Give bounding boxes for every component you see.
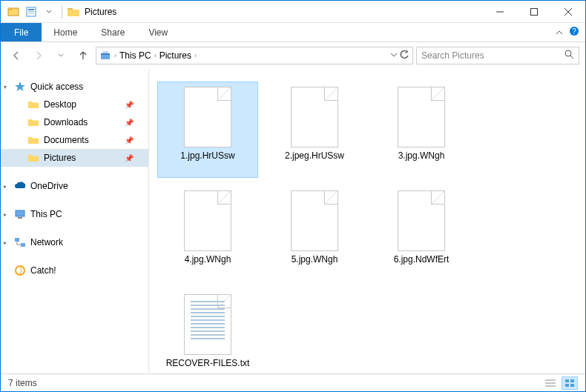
folder-icon <box>67 5 80 19</box>
svg-point-15 <box>565 50 571 56</box>
tab-file[interactable]: File <box>1 23 42 41</box>
chevron-down-icon[interactable]: ▾ <box>4 84 7 90</box>
nav-bar: › This PC › Pictures › Search Pictures <box>1 42 585 69</box>
breadcrumb-pictures[interactable]: Pictures <box>159 50 191 61</box>
file-item[interactable]: 1.jpg.HrUSsw <box>158 82 257 177</box>
search-placeholder: Search Pictures <box>421 50 484 61</box>
folder-icon <box>27 116 39 128</box>
breadcrumb-root-icon[interactable] <box>99 49 111 63</box>
pin-icon: 📌 <box>125 101 134 109</box>
file-item[interactable]: 2.jpeg.HrUSsw <box>265 82 364 177</box>
sidebar-network[interactable]: ▸ Network <box>1 233 148 251</box>
sidebar-item-label: Documents <box>44 135 120 145</box>
cloud-icon <box>14 180 26 192</box>
tab-share[interactable]: Share <box>89 23 136 41</box>
file-name: 5.jpg.WNgh <box>292 254 338 265</box>
view-large-icons-button[interactable] <box>562 376 578 390</box>
minimize-button[interactable] <box>483 1 517 23</box>
svg-rect-18 <box>18 217 22 219</box>
help-icon[interactable]: ? <box>569 26 579 39</box>
sidebar-thispc[interactable]: ▸ This PC <box>1 205 148 223</box>
close-button[interactable] <box>551 1 585 23</box>
view-details-button[interactable] <box>542 376 559 390</box>
file-item[interactable]: 5.jpg.WNgh <box>265 186 364 281</box>
file-item[interactable]: 4.jpg.WNgh <box>158 186 257 281</box>
refresh-icon[interactable] <box>399 50 409 62</box>
ribbon-tabs: File Home Share View ? <box>1 23 585 42</box>
title-bar: Pictures <box>1 1 585 23</box>
svg-rect-1 <box>8 8 13 10</box>
blank-file-icon <box>181 189 234 254</box>
recent-dropdown-icon[interactable] <box>51 46 70 65</box>
svg-rect-20 <box>21 243 25 247</box>
sidebar-item-documents[interactable]: Documents 📌 <box>1 131 148 149</box>
sidebar: ▾ Quick access Desktop 📌 Downloads 📌 Doc… <box>1 69 149 373</box>
svg-rect-28 <box>570 384 574 387</box>
pc-icon <box>14 208 26 220</box>
svg-rect-27 <box>565 384 569 387</box>
address-dropdown-icon[interactable] <box>390 50 398 61</box>
star-icon <box>14 81 26 93</box>
qat-properties-icon[interactable] <box>23 4 39 20</box>
svg-rect-26 <box>570 379 574 382</box>
file-item[interactable]: 6.jpg.NdWfErt <box>372 186 471 281</box>
status-count: 7 items <box>8 378 37 388</box>
blank-file-icon <box>395 85 448 150</box>
blank-file-icon <box>288 189 341 254</box>
forward-button[interactable] <box>29 46 48 65</box>
search-input[interactable]: Search Pictures <box>416 47 579 64</box>
chevron-right-icon[interactable]: ▸ <box>4 211 7 218</box>
chevron-right-icon[interactable]: ▸ <box>4 239 7 246</box>
file-item[interactable]: 3.jpg.WNgh <box>372 82 471 177</box>
text-file-icon <box>181 293 234 358</box>
svg-rect-3 <box>28 9 34 10</box>
folder-icon <box>27 99 39 110</box>
chevron-right-icon[interactable]: ▸ <box>4 183 7 190</box>
breadcrumb-thispc[interactable]: This PC <box>119 50 151 61</box>
blank-file-icon <box>395 189 448 254</box>
address-bar[interactable]: › This PC › Pictures › <box>96 47 413 64</box>
file-item[interactable]: RECOVER-FILES.txt <box>158 290 257 385</box>
network-icon <box>14 236 26 248</box>
svg-rect-25 <box>565 379 569 382</box>
svg-point-21 <box>16 266 24 275</box>
svg-rect-17 <box>16 210 24 216</box>
sidebar-quick-access[interactable]: ▾ Quick access <box>1 78 148 96</box>
qat-dropdown-icon[interactable] <box>41 4 57 20</box>
explorer-app-icon <box>5 4 22 20</box>
search-icon[interactable] <box>564 50 574 62</box>
sidebar-item-pictures[interactable]: Pictures 📌 <box>1 149 148 167</box>
svg-rect-19 <box>15 238 19 242</box>
sidebar-item-downloads[interactable]: Downloads 📌 <box>1 113 148 131</box>
sidebar-item-label: Quick access <box>30 82 148 92</box>
up-button[interactable] <box>73 46 93 65</box>
file-list[interactable]: 1.jpg.HrUSsw2.jpeg.HrUSsw3.jpg.WNgh4.jpg… <box>149 69 585 373</box>
tab-home[interactable]: Home <box>42 23 89 41</box>
blank-file-icon <box>288 85 341 150</box>
svg-line-16 <box>570 56 573 59</box>
sidebar-catch[interactable]: Catch! <box>1 262 148 279</box>
sidebar-item-label: Catch! <box>30 265 148 276</box>
chevron-right-icon[interactable]: › <box>154 52 157 59</box>
sidebar-item-label: Network <box>30 237 148 248</box>
window-title: Pictures <box>85 7 116 17</box>
maximize-button[interactable] <box>517 1 551 23</box>
svg-rect-5 <box>28 13 34 13</box>
file-name: RECOVER-FILES.txt <box>166 358 250 368</box>
tab-view[interactable]: View <box>136 23 180 41</box>
svg-rect-7 <box>531 8 538 15</box>
sidebar-item-label: Pictures <box>44 153 120 163</box>
chevron-right-icon[interactable]: › <box>194 52 197 59</box>
svg-text:?: ? <box>572 27 576 36</box>
sidebar-onedrive[interactable]: ▸ OneDrive <box>1 177 148 195</box>
folder-icon <box>27 134 39 146</box>
file-name: 3.jpg.WNgh <box>398 150 445 161</box>
sidebar-item-label: Desktop <box>44 99 120 110</box>
ribbon-expand-icon[interactable] <box>556 26 563 39</box>
back-button[interactable] <box>7 46 26 65</box>
pin-icon: 📌 <box>125 154 134 162</box>
chevron-right-icon[interactable]: › <box>114 52 116 59</box>
file-name: 1.jpg.HrUSsw <box>180 150 234 161</box>
file-name: 6.jpg.NdWfErt <box>394 254 450 265</box>
sidebar-item-desktop[interactable]: Desktop 📌 <box>1 96 148 113</box>
